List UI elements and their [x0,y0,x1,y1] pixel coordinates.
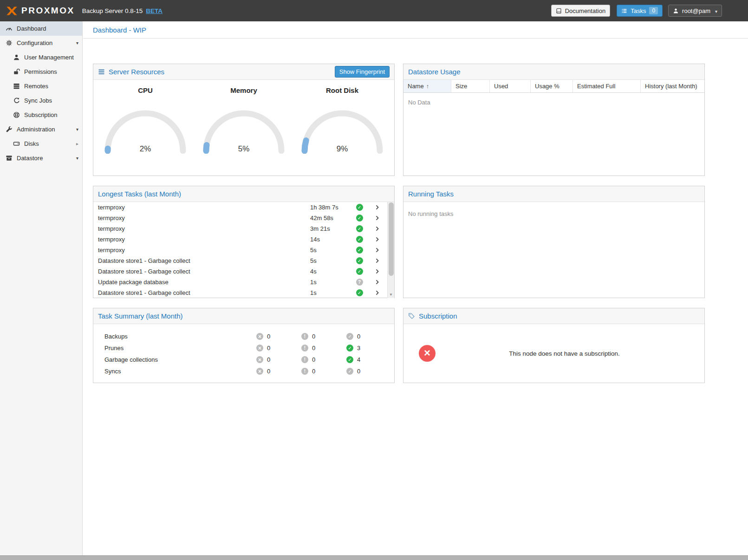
task-row[interactable]: Datastore store1 - Garbage collect 5s [93,255,394,266]
sidebar-item-label: User Management [24,54,74,61]
hdd-icon [13,140,20,147]
summary-row-prunes[interactable]: Prunes 0 0 3 [93,342,394,354]
running-tasks-header: Running Tasks [403,186,704,202]
subscription-message: This node does not have a subscription. [436,350,693,357]
archive-icon [6,155,13,162]
task-summary-header: Task Summary (last Month) [93,308,394,324]
chevron-right-icon[interactable] [374,247,380,253]
summary-row-garbage-collections[interactable]: Garbage collections 0 0 4 [93,354,394,365]
collapse-icon[interactable] [76,122,78,137]
warning-circle-icon [301,333,308,340]
root-disk-gauge: Root Disk 9% [296,86,389,154]
check-circle-icon [356,204,363,211]
sidebar-item-label: Subscription [24,111,58,118]
sidebar-item-permissions[interactable]: Permissions [0,65,82,79]
summary-row-backups[interactable]: Backups 0 0 0 [93,331,394,342]
check-circle-icon [356,247,363,254]
sidebar-item-datastore[interactable]: Datastore [0,151,82,165]
expand-icon[interactable] [76,137,78,151]
datastore-usage-title: Datastore Usage [408,68,461,76]
task-row[interactable]: Datastore store1 - Garbage collect 1s [93,287,394,298]
task-row[interactable]: Datastore store1 - Garbage collect 4s [93,266,394,277]
subscription-panel: Subscription This node does not have a s… [403,308,705,383]
server-resources-title: Server Resources [109,68,164,76]
chevron-right-icon[interactable] [374,236,380,242]
sidebar-item-remotes[interactable]: Remotes [0,79,82,93]
user-icon [13,54,20,61]
check-circle-icon [346,333,353,340]
server-icon [98,68,105,75]
task-row[interactable]: termproxy 5s [93,245,394,255]
collapse-icon[interactable] [76,151,78,165]
sidebar-item-sync-jobs[interactable]: Sync Jobs [0,93,82,108]
user-icon [673,8,679,14]
column-header-estimated-full[interactable]: Estimated Full [573,80,641,92]
scrollbar[interactable] [387,202,394,298]
scrollbar-down-button[interactable] [388,291,394,298]
show-fingerprint-button[interactable]: Show Fingerprint [335,66,390,78]
cpu-gauge: CPU 2% [99,86,192,154]
warning-circle-icon [301,345,308,352]
memory-gauge-value: 5% [201,144,287,154]
column-header-size[interactable]: Size [451,80,490,92]
user-menu-label: root@pam [682,7,710,14]
task-row[interactable]: termproxy 14s [93,234,394,245]
check-circle-icon [346,368,353,375]
sidebar-item-user-management[interactable]: User Management [0,50,82,65]
tags-icon [408,313,415,319]
sidebar-item-configuration[interactable]: Configuration [0,36,82,50]
user-menu-button[interactable]: root@pam [668,5,722,17]
task-row[interactable]: termproxy 42m 58s [93,213,394,223]
tasks-button[interactable]: Tasks 0 [617,5,663,17]
warning-circle-icon [301,368,308,375]
check-circle-icon [356,289,363,296]
datastore-usage-panel: Datastore Usage Name Size Used Usage % E… [403,64,705,176]
chevron-right-icon[interactable] [374,226,380,232]
proxmox-x-icon [6,5,18,17]
chevron-right-icon[interactable] [374,258,380,264]
task-summary-body: Backups 0 0 0 Prunes 0 0 3 Garbage colle… [93,324,394,377]
life-ring-icon [13,111,20,118]
tasks-button-label: Tasks [631,7,646,14]
tasks-count-badge: 0 [649,7,658,14]
error-circle-icon [256,345,263,352]
root-disk-gauge-label: Root Disk [296,86,389,94]
task-row[interactable]: termproxy 3m 21s [93,223,394,234]
check-circle-icon [346,356,353,363]
documentation-button[interactable]: Documentation [551,5,610,17]
sidebar-item-label: Remotes [24,83,48,90]
sidebar-item-label: Sync Jobs [24,97,52,104]
cpu-gauge-label: CPU [99,86,192,94]
subscription-body: This node does not have a subscription. [403,324,704,383]
chevron-right-icon[interactable] [374,204,380,210]
subscription-header: Subscription [403,308,704,324]
scrollbar-thumb[interactable] [389,202,394,276]
gear-icon [6,39,13,46]
column-header-used[interactable]: Used [490,80,531,92]
beta-link[interactable]: BETA [146,7,163,14]
chevron-right-icon[interactable] [374,279,380,285]
datastore-usage-column-headers: Name Size Used Usage % Estimated Full Hi… [403,80,704,93]
brand-name: PROXMOX [21,6,75,16]
column-header-usage-pct[interactable]: Usage % [531,80,573,92]
longest-tasks-list: termproxy 1h 38m 7s termproxy 42m 58s te… [93,202,394,298]
chevron-right-icon[interactable] [374,268,380,274]
sidebar-item-administration[interactable]: Administration [0,122,82,137]
summary-row-syncs[interactable]: Syncs 0 0 0 [93,365,394,377]
collapse-icon[interactable] [76,36,78,50]
memory-gauge: Memory 5% [197,86,290,154]
task-row[interactable]: termproxy 1h 38m 7s [93,202,394,213]
check-circle-icon [356,268,363,275]
chevron-right-icon[interactable] [374,215,380,221]
server-icon [13,83,20,90]
sidebar-item-disks[interactable]: Disks [0,137,82,151]
column-header-history[interactable]: History (last Month) [641,80,704,92]
sidebar-item-dashboard[interactable]: Dashboard [0,21,82,36]
sidebar-item-subscription[interactable]: Subscription [0,108,82,122]
column-header-name[interactable]: Name [403,80,451,92]
server-resources-panel: Server Resources Show Fingerprint CPU 2% [93,64,395,176]
chevron-right-icon[interactable] [374,290,380,296]
task-row[interactable]: Update package database 1s [93,277,394,287]
server-resources-header: Server Resources Show Fingerprint [93,64,394,80]
subscription-title: Subscription [419,312,457,320]
